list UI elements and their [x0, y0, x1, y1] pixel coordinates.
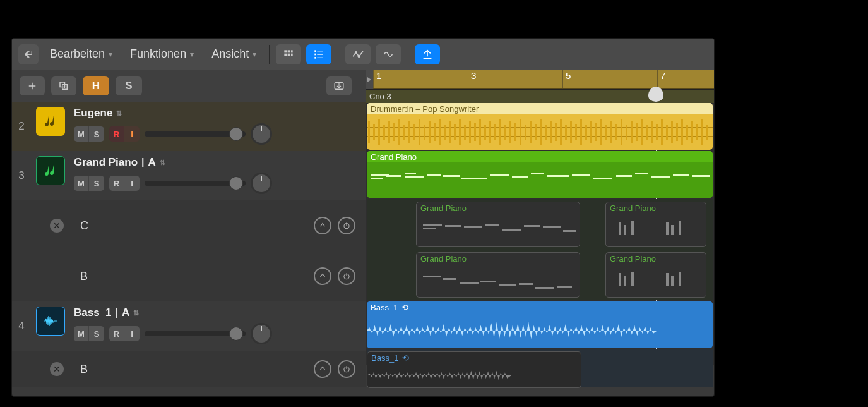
svg-rect-34: [429, 121, 431, 143]
region-drummer[interactable]: Drummer:in – Pop Songwriter: [367, 103, 713, 150]
close-take-button[interactable]: ✕: [50, 219, 64, 233]
solo-track-button[interactable]: S: [89, 326, 104, 341]
solo-track-button[interactable]: S: [89, 176, 104, 191]
svg-rect-89: [706, 125, 708, 140]
svg-rect-25: [383, 125, 385, 140]
duplicate-track-button[interactable]: [51, 76, 76, 95]
svg-rect-52: [520, 119, 521, 145]
flex-icon[interactable]: [376, 44, 401, 64]
add-track-button[interactable]: [20, 76, 45, 95]
take-up-button[interactable]: [314, 217, 331, 234]
region-piano-take[interactable]: Grand Piano: [605, 202, 706, 247]
playhead-knob[interactable]: [648, 87, 663, 102]
svg-rect-42: [469, 121, 471, 143]
region-waveform: [367, 114, 713, 150]
take-row[interactable]: ✕ C: [12, 200, 366, 251]
svg-rect-33: [424, 125, 425, 140]
take-row[interactable]: ✕ B: [12, 351, 366, 387]
region-waveform: [367, 313, 713, 348]
menubar: Bearbeiten▾ Funktionen▾ Ansicht▾: [12, 39, 714, 70]
take-buttons: [314, 217, 355, 234]
svg-rect-74: [631, 121, 633, 143]
take-row[interactable]: ✕ B: [12, 251, 366, 301]
take-power-button[interactable]: [338, 217, 355, 234]
global-tracks-button[interactable]: [326, 76, 352, 95]
list-view-icon[interactable]: [306, 44, 331, 64]
ruler-expand-icon[interactable]: [366, 70, 373, 89]
svg-rect-70: [610, 121, 612, 143]
pan-knob[interactable]: [251, 173, 272, 194]
input-button[interactable]: I: [124, 126, 140, 142]
track-icon-audio[interactable]: [36, 307, 65, 336]
region-label: Grand Piano: [606, 202, 706, 214]
take-power-button[interactable]: [338, 360, 355, 378]
track-row[interactable]: 3 Grand Piano | A ⇅ MS RI: [12, 151, 366, 200]
region-piano-take[interactable]: Grand Piano: [605, 252, 706, 298]
take-up-button[interactable]: [314, 267, 331, 285]
hide-label: H: [92, 80, 100, 92]
hide-button[interactable]: H: [83, 76, 109, 95]
menu-functions-label: Funktionen: [130, 47, 186, 61]
callout-line: [723, 212, 742, 214]
svg-rect-62: [570, 121, 572, 143]
region-piano-main[interactable]: Grand Piano: [367, 151, 713, 198]
take-label: B: [80, 270, 314, 283]
slider-knob[interactable]: [229, 176, 243, 190]
track-icon-drummer[interactable]: [36, 107, 65, 136]
svg-rect-4: [288, 53, 290, 56]
mute-button[interactable]: M: [74, 326, 89, 341]
menu-functions[interactable]: Funktionen▾: [124, 44, 200, 64]
track-name[interactable]: Eugene⇅: [74, 107, 359, 119]
region-bass-take[interactable]: Bass_1⟲: [367, 351, 581, 388]
mute-button[interactable]: M: [74, 126, 89, 142]
region-midi: [367, 162, 713, 198]
mute-button[interactable]: M: [74, 176, 89, 191]
automation-icon[interactable]: [345, 44, 371, 64]
back-button[interactable]: [18, 44, 39, 64]
slider-knob[interactable]: [229, 127, 243, 141]
pan-knob[interactable]: [251, 323, 272, 344]
grid-view-icon[interactable]: [276, 44, 301, 64]
menu-edit[interactable]: Bearbeiten▾: [44, 44, 119, 64]
region-piano-take[interactable]: Grand Piano: [416, 202, 580, 247]
track-icon-software[interactable]: [36, 156, 65, 185]
svg-rect-5: [291, 53, 293, 56]
track-name[interactable]: Grand Piano | A ⇅: [74, 156, 359, 169]
svg-rect-83: [676, 123, 678, 141]
volume-slider[interactable]: [145, 331, 246, 336]
ruler[interactable]: 1 3 5 7: [366, 70, 714, 89]
region-label: Grand Piano: [417, 202, 580, 214]
svg-rect-61: [565, 125, 567, 140]
svg-rect-38: [449, 121, 451, 143]
record-button[interactable]: R: [109, 176, 124, 191]
divider: [269, 45, 270, 64]
track-row[interactable]: 2 Eugene⇅ M S R I: [12, 102, 366, 151]
track-name[interactable]: Bass_1 | A ⇅: [74, 307, 359, 319]
record-button[interactable]: R: [109, 126, 124, 142]
take-power-button[interactable]: [338, 267, 355, 285]
svg-rect-11: [318, 57, 323, 58]
callout-bracket: [716, 119, 723, 308]
catch-playhead-icon[interactable]: [415, 44, 440, 64]
menu-view[interactable]: Ansicht▾: [205, 44, 263, 64]
volume-slider[interactable]: [145, 181, 246, 186]
take-up-button[interactable]: [314, 360, 331, 378]
timeline[interactable]: 1 3 5 7 Cno 3 Drummer:in – Pop Songwrite…: [366, 70, 714, 365]
track-body: Bass_1 | A ⇅ MS RI: [65, 301, 366, 351]
volume-slider[interactable]: [145, 131, 246, 137]
svg-rect-53: [525, 125, 526, 140]
slider-knob[interactable]: [229, 327, 243, 341]
region-piano-take[interactable]: Grand Piano: [416, 252, 580, 298]
track-toolbar: H S: [12, 70, 366, 102]
svg-rect-31: [413, 124, 415, 140]
record-button[interactable]: R: [109, 326, 124, 341]
pan-knob[interactable]: [251, 123, 272, 145]
main-area: H S 2 Eugene⇅ M S R: [12, 70, 714, 365]
track-row[interactable]: 4 Bass_1 | A ⇅ MS RI: [12, 301, 366, 351]
input-button[interactable]: I: [124, 176, 140, 191]
region-bass-main[interactable]: Bass_1⟲: [367, 301, 713, 348]
input-button[interactable]: I: [124, 326, 140, 341]
close-take-button[interactable]: ✕: [50, 362, 64, 376]
solo-button[interactable]: S: [116, 76, 142, 95]
solo-track-button[interactable]: S: [89, 126, 104, 142]
